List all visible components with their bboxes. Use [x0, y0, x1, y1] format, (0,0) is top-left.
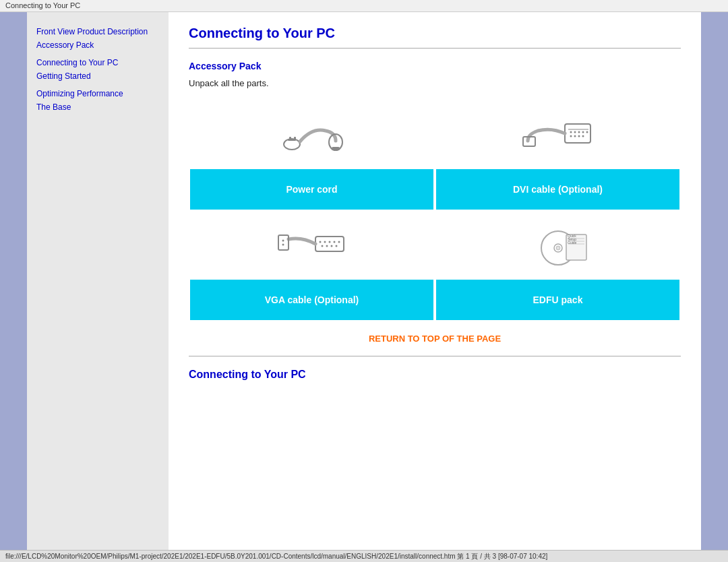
title-bar: Connecting to Your PC	[0, 0, 728, 12]
svg-text:Guide: Guide	[568, 241, 577, 245]
dvi-cable-label: DVI cable (Optional)	[435, 168, 681, 211]
power-cord-icon	[272, 107, 353, 161]
svg-point-24	[321, 245, 323, 247]
svg-point-15	[582, 135, 584, 137]
svg-point-9	[574, 131, 576, 133]
right-accent	[701, 12, 728, 550]
svg-point-33	[556, 246, 560, 250]
svg-point-26	[330, 245, 332, 247]
svg-point-11	[582, 131, 584, 133]
divider-2	[189, 356, 681, 356]
svg-point-29	[282, 240, 284, 242]
svg-point-13	[574, 135, 576, 137]
vga-cable-label: VGA cable (Optional)	[189, 278, 435, 321]
edfu-pack-image: Quick Setup Guide	[435, 211, 681, 278]
section-1-title: Accessory Pack	[189, 61, 681, 71]
sidebar-link-front-view[interactable]: Front View Product Description	[36, 26, 159, 38]
sidebar-link-accessory-pack[interactable]: Accessory Pack	[36, 39, 159, 51]
vga-cable-cell: VGA cable (Optional)	[189, 211, 435, 321]
svg-point-21	[328, 241, 330, 243]
edfu-pack-icon: Quick Setup Guide	[518, 218, 599, 272]
svg-point-19	[319, 241, 321, 243]
main-layout: Front View Product Description Accessory…	[0, 12, 728, 550]
svg-point-20	[324, 241, 326, 243]
svg-rect-6	[565, 124, 590, 143]
sidebar: Front View Product Description Accessory…	[27, 12, 169, 550]
power-cord-label: Power cord	[189, 168, 435, 211]
svg-rect-28	[278, 235, 289, 250]
page-title: Connecting to Your PC	[189, 26, 681, 41]
status-bar-text: file:///E/LCD%20Monitor%20OEM/Philips/M1…	[5, 553, 547, 560]
svg-point-8	[570, 131, 572, 133]
svg-point-22	[333, 241, 335, 243]
svg-point-12	[570, 135, 572, 137]
svg-point-30	[282, 244, 284, 246]
svg-point-14	[578, 135, 580, 137]
status-bar: file:///E/LCD%20Monitor%20OEM/Philips/M1…	[0, 550, 728, 562]
dvi-cable-icon	[518, 107, 599, 161]
edfu-pack-label: EDFU pack	[435, 278, 681, 321]
content-area: Connecting to Your PC Accessory Pack Unp…	[169, 12, 701, 550]
svg-rect-2	[289, 137, 291, 140]
power-cord-image	[189, 100, 435, 168]
sidebar-group-2: Connecting to Your PC Getting Started	[36, 57, 159, 82]
divider-1	[189, 48, 681, 49]
edfu-pack-cell: Quick Setup Guide EDFU pack	[435, 211, 681, 321]
section-2-title: Connecting to Your PC	[189, 369, 681, 381]
vga-cable-icon	[272, 218, 353, 272]
svg-point-25	[326, 245, 328, 247]
svg-point-23	[338, 241, 340, 243]
return-to-top-link[interactable]: RETURN TO TOP OF THE PAGE	[189, 334, 681, 344]
svg-point-10	[578, 131, 580, 133]
svg-rect-18	[315, 237, 344, 251]
vga-cable-image	[189, 211, 435, 278]
dvi-cable-image	[435, 100, 681, 168]
sidebar-group-1: Front View Product Description Accessory…	[36, 26, 159, 51]
title-bar-text: Connecting to Your PC	[5, 1, 80, 9]
svg-point-16	[586, 131, 588, 133]
svg-point-27	[335, 245, 337, 247]
dvi-cable-cell: DVI cable (Optional)	[435, 100, 681, 211]
unpack-text: Unpack all the parts.	[189, 78, 681, 88]
sidebar-link-getting-started[interactable]: Getting Started	[36, 70, 159, 82]
left-accent	[0, 12, 27, 550]
svg-rect-3	[294, 137, 296, 140]
sidebar-link-optimizing[interactable]: Optimizing Performance	[36, 88, 159, 100]
items-grid: Power cord	[189, 100, 681, 321]
sidebar-link-base[interactable]: The Base	[36, 101, 159, 113]
sidebar-link-connecting[interactable]: Connecting to Your PC	[36, 57, 159, 69]
sidebar-group-3: Optimizing Performance The Base	[36, 88, 159, 113]
svg-rect-5	[332, 147, 340, 150]
power-cord-cell: Power cord	[189, 100, 435, 211]
